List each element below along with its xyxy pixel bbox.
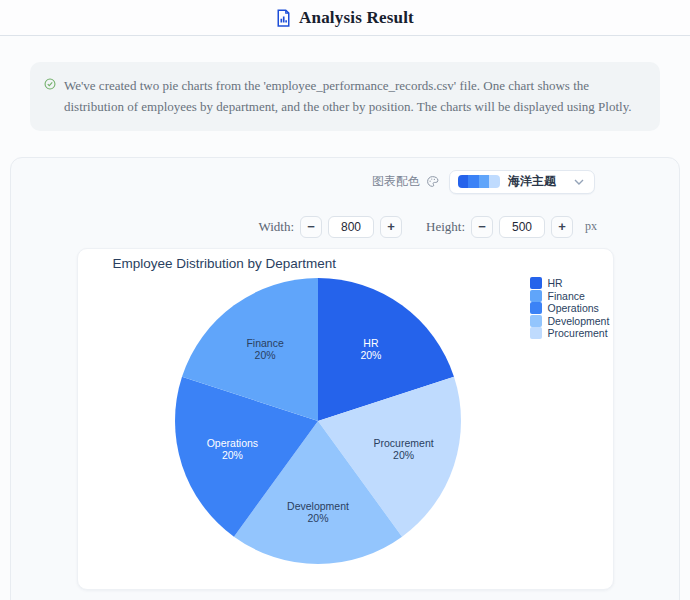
pie-slice-label: HR20%	[360, 337, 381, 361]
pie-chart-card: Employee Distribution by Department HR20…	[77, 248, 614, 590]
chevron-down-icon	[574, 179, 584, 185]
page-header: Analysis Result	[0, 0, 690, 36]
legend-label: Procurement	[548, 327, 608, 339]
width-label: Width:	[258, 219, 294, 235]
chart-legend: HRFinanceOperationsDevelopmentProcuremen…	[530, 277, 610, 340]
height-input[interactable]: 500	[499, 216, 545, 238]
height-increase-button[interactable]: +	[551, 216, 573, 238]
theme-color-swatch	[458, 175, 500, 188]
legend-item-procurement[interactable]: Procurement	[530, 327, 610, 340]
legend-item-finance[interactable]: Finance	[530, 289, 610, 302]
legend-swatch	[530, 315, 542, 327]
theme-label: 图表配色	[372, 173, 420, 190]
palette-icon	[426, 175, 439, 188]
legend-label: Development	[548, 315, 610, 327]
unit-label: px	[585, 219, 597, 234]
legend-swatch	[530, 290, 542, 302]
legend-item-hr[interactable]: HR	[530, 277, 610, 290]
legend-label: Finance	[548, 290, 585, 302]
status-message: We've created two pie charts from the 'e…	[30, 62, 660, 131]
legend-label: Operations	[548, 302, 599, 314]
legend-label: HR	[548, 277, 563, 289]
size-toolbar: Width: − 800 + Height: − 500 + px	[11, 216, 679, 238]
chart-panel: 图表配色 海洋主题 Width: − 800 + Height: − 500 +…	[10, 157, 680, 600]
width-decrease-button[interactable]: −	[300, 216, 322, 238]
theme-selected-value: 海洋主题	[508, 173, 556, 190]
legend-item-development[interactable]: Development	[530, 314, 610, 327]
check-circle-icon	[44, 78, 56, 90]
theme-toolbar: 图表配色 海洋主题	[11, 170, 679, 194]
status-message-text: We've created two pie charts from the 'e…	[64, 75, 642, 118]
page-title: Analysis Result	[299, 8, 414, 28]
legend-swatch	[530, 327, 542, 339]
analysis-document-icon	[276, 9, 291, 27]
legend-swatch	[530, 277, 542, 289]
width-input[interactable]: 800	[328, 216, 374, 238]
legend-swatch	[530, 302, 542, 314]
theme-dropdown[interactable]: 海洋主题	[449, 170, 595, 194]
legend-item-operations[interactable]: Operations	[530, 302, 610, 315]
width-increase-button[interactable]: +	[380, 216, 402, 238]
height-decrease-button[interactable]: −	[471, 216, 493, 238]
height-label: Height:	[426, 219, 465, 235]
